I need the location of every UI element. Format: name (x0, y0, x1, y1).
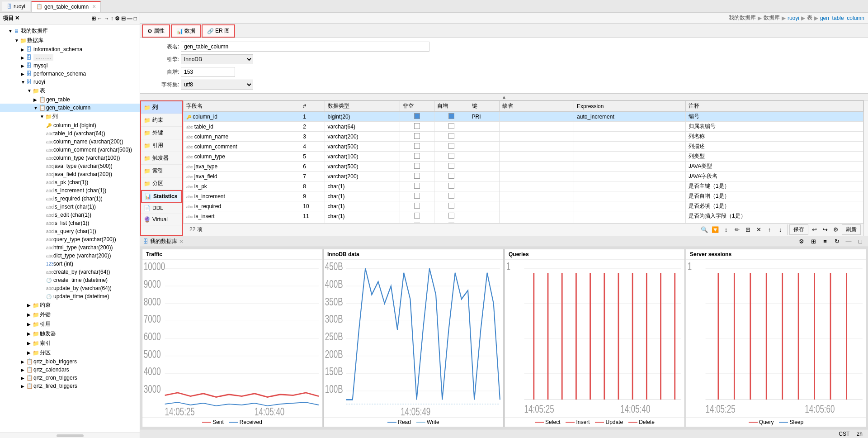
tree-col-is-increment[interactable]: abcis_increment (char(1)) (0, 186, 140, 195)
tree-col-is-edit[interactable]: abcis_edit (char(1)) (0, 211, 140, 219)
autoincr-cb[interactable] (448, 113, 454, 119)
table-row[interactable]: abc column_name 3 varchar(200) 列名称 (184, 132, 863, 142)
bc-biao[interactable]: 表 (807, 14, 812, 22)
tree-col-column-comment[interactable]: abccolumn_comment (varchar(500)) (0, 146, 140, 154)
tree-col-create-by[interactable]: abccreate_by (varchar(64)) (0, 268, 140, 276)
tree-trigger[interactable]: ▶📁触发器 (0, 329, 140, 338)
nav-triggers[interactable]: 📁 触发器 (141, 152, 182, 165)
bottom-min-btn[interactable]: — (844, 237, 854, 247)
nav-foreign-keys[interactable]: 📁 外键 (141, 127, 182, 139)
tree-qrtz-blob[interactable]: ▶📋qrtz_blob_triggers (0, 357, 140, 366)
redo-btn[interactable]: ↪ (820, 224, 830, 234)
nav-constraints[interactable]: 📁 约束 (141, 114, 182, 127)
tree-col-is-required[interactable]: abcis_required (char(1)) (0, 195, 140, 203)
bottom-close-icon[interactable]: ✕ (179, 238, 184, 245)
autoincr-cb[interactable] (448, 163, 454, 169)
tab-gen-table-column[interactable]: 📋 gen_table_column ✕ (31, 1, 101, 12)
autoincr-cb[interactable] (448, 123, 454, 129)
charset-select[interactable]: utf8 utf8mb4 (181, 80, 253, 90)
tree-partition[interactable]: ▶📁分区 (0, 348, 140, 357)
auto-incr-input[interactable] (181, 67, 235, 77)
tab-ruoyi[interactable]: 🗄 ruoyi (2, 1, 30, 11)
tree-col-query-type[interactable]: abcquery_type (varchar(200)) (0, 235, 140, 243)
settings-btn[interactable]: ⚙ (831, 224, 841, 234)
notnull-cb[interactable] (414, 183, 420, 189)
refresh-btn[interactable]: 刷新 (842, 224, 861, 235)
tree-columns-folder[interactable]: ▼ 📁 列 (0, 112, 140, 121)
nav-ddl[interactable]: 📄 DDL (141, 203, 182, 214)
tree-col-dict-type[interactable]: abcdict_type (varchar(200)) (0, 252, 140, 260)
delete-btn[interactable]: ✕ (754, 224, 764, 234)
filter-btn[interactable]: 🔽 (710, 224, 720, 234)
table-row[interactable]: abc column_comment 4 varchar(500) 列描述 (184, 142, 863, 152)
tree-scroll-thumb[interactable] (57, 434, 84, 437)
table-row[interactable]: abc is_insert 11 char(1) 是否为插入字段（1是） (184, 211, 863, 221)
table-name-input[interactable] (181, 42, 429, 52)
tree-databases-group[interactable]: ▼ 📁 数据库 (0, 36, 140, 45)
nav-virtual[interactable]: 🔮 Virtual (141, 214, 182, 225)
tree-qrtz-cron[interactable]: ▶📋qrtz_cron_triggers (0, 374, 140, 382)
tree-icon-6[interactable]: ⊟ (121, 15, 126, 22)
tab-er[interactable]: 🔗 ER 图 (202, 24, 235, 38)
notnull-cb[interactable] (414, 203, 420, 209)
autoincr-cb[interactable] (448, 213, 454, 219)
notnull-cb[interactable] (414, 123, 420, 129)
table-row[interactable]: abc is_increment 9 char(1) 是否自增（1是） (184, 191, 863, 201)
notnull-cb[interactable] (414, 133, 420, 139)
table-row[interactable]: abc is_required 10 char(1) 是否必填（1是） (184, 201, 863, 211)
nav-statistics[interactable]: 📊 Statistics (141, 190, 182, 203)
tree-yinyong[interactable]: ▶📁引用 (0, 319, 140, 329)
tree-qrtz-fired[interactable]: ▶📋qrtz_fired_triggers (0, 382, 140, 390)
table-row[interactable]: abc column_type 5 varchar(100) 列类型 (184, 152, 863, 162)
nav-indexes[interactable]: 📁 索引 (141, 165, 182, 177)
bottom-max-btn[interactable]: □ (855, 237, 865, 247)
bc-gentablecolumn[interactable]: gen_table_column (820, 15, 864, 21)
bottom-grid-btn[interactable]: ⊞ (808, 237, 818, 247)
table-row[interactable]: 🔑 column_id 1 bigint(20) PRI auto_increm… (184, 112, 863, 122)
notnull-cb[interactable] (414, 153, 420, 159)
tree-scroll-bar[interactable] (0, 433, 140, 438)
tree-col-column-type[interactable]: abccolumn_type (varchar(100)) (0, 154, 140, 162)
tree-col-java-type[interactable]: abcjava_type (varchar(500)) (0, 162, 140, 170)
tree-col-update-time[interactable]: 🕐update_time (datetime) (0, 292, 140, 300)
bc-mydb[interactable]: 我的数据库 (729, 14, 756, 22)
tree-col-update-by[interactable]: abcupdate_by (varchar(64)) (0, 284, 140, 292)
tree-col-is-query[interactable]: abcis_query (char(1)) (0, 227, 140, 235)
tree-gen-table-column[interactable]: ▼ 📋 gen_table_column (0, 104, 140, 112)
tree-col-is-insert[interactable]: abcis_insert (char(1)) (0, 203, 140, 211)
nav-partitions[interactable]: 📁 分区 (141, 177, 182, 190)
edit-btn[interactable]: ✏ (732, 224, 742, 234)
tree-yueshu[interactable]: ▶📁约束 (0, 300, 140, 310)
tree-col-create-time[interactable]: 🕐create_time (datetime) (0, 276, 140, 284)
notnull-cb[interactable] (414, 213, 420, 219)
tree-col-sort[interactable]: 123sort (int) (0, 260, 140, 268)
tree-perf-schema[interactable]: ▶ 🗄 performance_schema (0, 70, 140, 78)
autoincr-cb[interactable] (448, 153, 454, 159)
copy-btn[interactable]: ⊞ (743, 224, 753, 234)
tree-qrtz-cal[interactable]: ▶📋qrtz_calendars (0, 366, 140, 374)
bottom-settings-btn[interactable]: ⚙ (797, 237, 807, 247)
notnull-cb[interactable] (414, 173, 420, 179)
nav-columns[interactable]: 📁 列 (141, 101, 182, 114)
tree-icon-5[interactable]: ⚙ (115, 15, 120, 22)
table-row[interactable]: abc is_pk 8 char(1) 是否主键（1是） (184, 181, 863, 191)
autoincr-cb[interactable] (448, 173, 454, 179)
tree-waijian[interactable]: ▶📁外键 (0, 310, 140, 319)
tree-ruoyi[interactable]: ▼ 🗄 ruoyi (0, 78, 140, 86)
tree-col-column-name[interactable]: abccolumn_name (varchar(200)) (0, 138, 140, 146)
notnull-cb[interactable] (414, 163, 420, 169)
tree-icon-1[interactable]: ⊞ (91, 15, 96, 22)
tree-tables-folder[interactable]: ▼ 📁 表 (0, 86, 140, 95)
tree-gen-table[interactable]: ▶ 📋 gen_table (0, 95, 140, 104)
tree-col-is-list[interactable]: abcis_list (char(1)) (0, 219, 140, 227)
autoincr-cb[interactable] (448, 133, 454, 139)
search-btn[interactable]: 🔍 (699, 224, 709, 234)
tree-col-html-type[interactable]: abchtml_type (varchar(200)) (0, 243, 140, 252)
tree-root[interactable]: ▼ 🖥 我的数据库 (0, 26, 140, 36)
tree-collapsed-db[interactable]: ▶ 🗄 ……… (0, 53, 140, 62)
tree-col-table-id[interactable]: abctable_id (varchar(64)) (0, 129, 140, 138)
autoincr-cb[interactable] (448, 143, 454, 149)
tree-icon-min[interactable]: — (127, 15, 132, 22)
tab-data[interactable]: 📊 数据 (171, 24, 201, 38)
table-row[interactable]: abc java_type 6 varchar(500) JAVA类型 (184, 162, 863, 171)
